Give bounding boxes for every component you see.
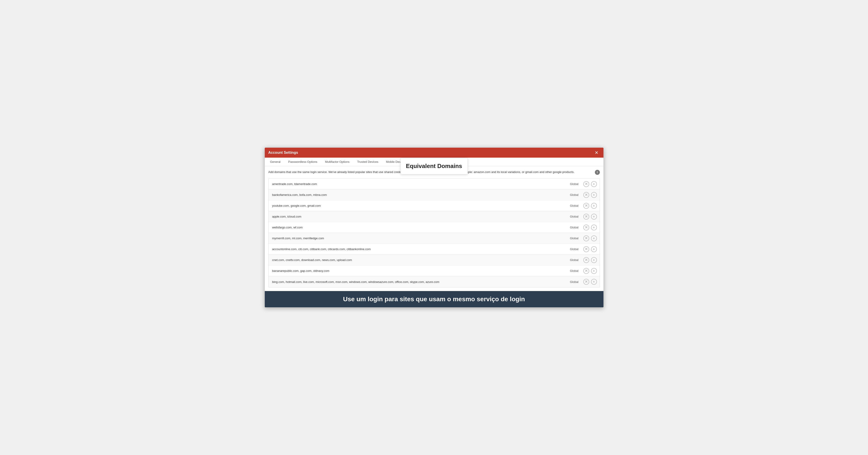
remove-button[interactable]: ✕ xyxy=(583,214,589,220)
add-button[interactable]: + xyxy=(591,246,597,252)
tab-passwordless[interactable]: Passwordless Options xyxy=(285,158,321,166)
row-actions: ✕ + xyxy=(583,214,600,220)
domain-scope: Global xyxy=(565,215,583,218)
banner-text: Use um login para sites que usam o mesmo… xyxy=(343,296,525,303)
domain-scope: Global xyxy=(565,247,583,251)
row-actions: ✕ + xyxy=(583,192,600,198)
domain-scope: Global xyxy=(565,280,583,283)
account-settings-dialog: Account Settings ✕ General Passwordless … xyxy=(265,147,604,308)
content-area: Add domains that use the same login serv… xyxy=(265,166,603,291)
domain-scope: Global xyxy=(565,182,583,186)
table-row: youtube.com, google.com, gmail.com Globa… xyxy=(269,200,600,211)
row-actions: ✕ + xyxy=(583,181,600,187)
table-row: accountonline.com, citi.com, citibank.co… xyxy=(269,244,600,255)
domain-names: bankofamerica.com, bofa.com, mbna.com xyxy=(269,190,565,199)
row-actions: ✕ + xyxy=(583,235,600,241)
tab-general[interactable]: General xyxy=(267,158,284,166)
add-button[interactable]: + xyxy=(591,203,597,209)
table-row: cnet.com, cnettv.com, download.com, news… xyxy=(269,255,600,266)
remove-button[interactable]: ✕ xyxy=(583,268,589,274)
remove-button[interactable]: ✕ xyxy=(583,181,589,187)
table-row: mymerrill.com, ml.com, merrilledge.com G… xyxy=(269,233,600,244)
domain-names: youtube.com, google.com, gmail.com xyxy=(269,201,565,210)
table-row: bankofamerica.com, bofa.com, mbna.com Gl… xyxy=(269,189,600,200)
table-row: bananarepublic.com, gap.com, oldnavy.com… xyxy=(269,266,600,276)
remove-button[interactable]: ✕ xyxy=(583,279,589,285)
domain-names: ameritrade.com, tdameritrade.com xyxy=(269,180,565,188)
row-actions: ✕ + xyxy=(583,224,600,231)
domain-names: apple.com, icloud.com xyxy=(269,212,565,221)
remove-button[interactable]: ✕ xyxy=(583,203,589,209)
dialog-title: Account Settings xyxy=(268,151,298,155)
close-button[interactable]: ✕ xyxy=(593,150,600,155)
domain-scope: Global xyxy=(565,204,583,207)
tooltip-title: Equivalent Domains xyxy=(406,162,462,170)
add-button[interactable]: + xyxy=(591,257,597,263)
domain-scope: Global xyxy=(565,269,583,273)
domain-names: wellsfargo.com, wf.com xyxy=(269,223,565,232)
domains-table: ameritrade.com, tdameritrade.com Global … xyxy=(268,178,600,287)
row-actions: ✕ + xyxy=(583,279,600,285)
add-button[interactable]: + xyxy=(591,181,597,187)
table-row: wellsfargo.com, wf.com Global ✕ + xyxy=(269,222,600,233)
tab-trusted-devices[interactable]: Trusted Devices xyxy=(353,158,382,166)
domain-names: mymerrill.com, ml.com, merrilledge.com xyxy=(269,234,565,243)
add-button[interactable]: + xyxy=(591,235,597,241)
remove-button[interactable]: ✕ xyxy=(583,224,589,231)
add-button[interactable]: + xyxy=(591,192,597,198)
tab-multifactor[interactable]: Multifactor Options xyxy=(321,158,353,166)
bottom-banner: Use um login para sites que usam o mesmo… xyxy=(265,291,603,307)
table-row: ameritrade.com, tdameritrade.com Global … xyxy=(269,179,600,189)
domain-scope: Global xyxy=(565,226,583,229)
table-row: bing.com, hotmail.com, live.com, microso… xyxy=(269,276,600,287)
remove-button[interactable]: ✕ xyxy=(583,235,589,241)
info-icon[interactable]: i xyxy=(595,170,600,175)
remove-button[interactable]: ✕ xyxy=(583,257,589,263)
row-actions: ✕ + xyxy=(583,268,600,274)
domain-scope: Global xyxy=(565,258,583,262)
domain-names: cnet.com, cnettv.com, download.com, news… xyxy=(269,255,565,264)
domain-scope: Global xyxy=(565,193,583,196)
add-button[interactable]: + xyxy=(591,268,597,274)
domain-names: accountonline.com, citi.com, citibank.co… xyxy=(269,245,565,253)
domain-names: bing.com, hotmail.com, live.com, microso… xyxy=(269,277,565,286)
row-actions: ✕ + xyxy=(583,246,600,252)
remove-button[interactable]: ✕ xyxy=(583,246,589,252)
add-button[interactable]: + xyxy=(591,279,597,285)
table-row: apple.com, icloud.com Global ✕ + xyxy=(269,211,600,222)
row-actions: ✕ + xyxy=(583,203,600,209)
add-button[interactable]: + xyxy=(591,224,597,231)
add-button[interactable]: + xyxy=(591,214,597,220)
domain-scope: Global xyxy=(565,237,583,240)
equivalent-domains-tooltip: Equivalent Domains xyxy=(400,158,468,174)
domain-names: bananarepublic.com, gap.com, oldnavy.com xyxy=(269,266,565,275)
dialog-header: Account Settings ✕ xyxy=(265,148,603,158)
remove-button[interactable]: ✕ xyxy=(583,192,589,198)
row-actions: ✕ + xyxy=(583,257,600,263)
